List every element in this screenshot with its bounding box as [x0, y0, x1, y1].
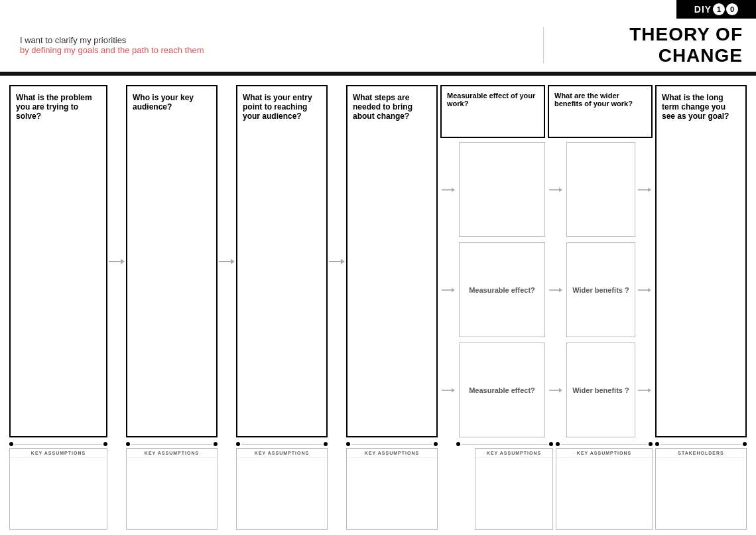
arrow-icon-w2r: [638, 285, 651, 295]
column-measurable: Measurable effect of your work?: [438, 85, 545, 437]
bottom-wider: KEY ASSUMPTIONS: [556, 440, 653, 530]
svg-marker-13: [559, 187, 562, 192]
entry-box[interactable]: What is your entry point to reaching you…: [236, 85, 328, 437]
wider-header: What are the wider benefits of your work…: [548, 85, 653, 138]
svg-marker-11: [452, 388, 455, 392]
bottom-steps: KEY ASSUMPTIONS: [346, 440, 438, 530]
measurable-row-1: [440, 142, 545, 237]
bottom-measurable: KEY ASSUMPTIONS: [456, 440, 553, 530]
divider: [0, 72, 756, 76]
wider-sub-3[interactable]: Wider benefits ?: [566, 343, 635, 437]
column-steps: What steps are needed to bring about cha…: [346, 85, 438, 437]
column-problem: What is the problem you are trying to so…: [9, 85, 107, 437]
column-longterm: What is the long term change you see as …: [655, 85, 747, 437]
svg-marker-23: [648, 388, 651, 392]
wider-row-2: Wider benefits ?: [548, 242, 653, 337]
svg-marker-19: [648, 287, 651, 292]
steps-box[interactable]: What steps are needed to bring about cha…: [346, 85, 438, 437]
num1-badge: 1: [713, 3, 725, 15]
entry-assumptions-label: KEY ASSUMPTIONS: [237, 449, 327, 458]
diy-logo: DIY 1 0: [694, 3, 738, 15]
wider-sub-1[interactable]: [566, 142, 635, 237]
arrow-icon-w3: [549, 386, 562, 395]
diy-text: DIY: [694, 4, 712, 15]
steps-assumptions-box[interactable]: KEY ASSUMPTIONS: [346, 448, 438, 530]
main-title: THEORY OF CHANGE: [557, 24, 743, 66]
problem-box[interactable]: What is the problem you are trying to so…: [9, 85, 107, 437]
bottom-longterm: STAKEHOLDERS: [655, 440, 747, 530]
header-right: THEORY OF CHANGE: [544, 16, 756, 74]
longterm-box[interactable]: What is the long term change you see as …: [655, 85, 747, 437]
column-audience: Who is your key audience?: [126, 85, 218, 437]
arrow-3: [328, 85, 346, 437]
svg-marker-9: [452, 287, 455, 292]
header: I want to clarify my priorities by defin…: [0, 19, 756, 72]
arrow-icon-m3: [442, 386, 455, 395]
wider-assumptions-box[interactable]: KEY ASSUMPTIONS: [556, 448, 653, 530]
svg-marker-15: [648, 187, 651, 192]
entry-assumptions-box[interactable]: KEY ASSUMPTIONS: [236, 448, 328, 530]
stakeholders-box[interactable]: STAKEHOLDERS: [655, 448, 747, 530]
measurable-sub-boxes: Measurable effect? Measurable effect?: [440, 142, 545, 437]
arrow-icon-m2: [442, 285, 455, 295]
measurable-row-3: Measurable effect?: [440, 343, 545, 437]
svg-marker-3: [231, 259, 235, 264]
svg-marker-21: [559, 388, 562, 392]
arrow-icon-3: [329, 257, 345, 266]
measurable-assumptions-label: KEY ASSUMPTIONS: [475, 449, 552, 458]
audience-box[interactable]: Who is your key audience?: [126, 85, 218, 437]
wider-sub-boxes: Wider benefits ?: [548, 142, 653, 437]
measurable-sub-2[interactable]: Measurable effect?: [459, 242, 545, 337]
arrow-icon-2: [219, 257, 235, 266]
num2-badge: 0: [726, 3, 738, 15]
arrow-icon-w3r: [638, 386, 651, 395]
arrow-2: [218, 85, 236, 437]
measurable-sub-3[interactable]: Measurable effect?: [459, 343, 545, 437]
measurable-header: Measurable effect of your work?: [440, 85, 545, 138]
column-wider: What are the wider benefits of your work…: [545, 85, 653, 437]
svg-marker-1: [121, 259, 125, 264]
wider-sub-2[interactable]: Wider benefits ?: [566, 242, 635, 337]
steps-assumptions-label: KEY ASSUMPTIONS: [347, 449, 437, 458]
header-subtitle: I want to clarify my priorities: [20, 35, 523, 45]
arrow-icon-w1: [549, 185, 562, 194]
bottom-audience: KEY ASSUMPTIONS: [126, 440, 218, 530]
header-tagline: by defining my goals and the path to rea…: [20, 45, 523, 55]
svg-marker-17: [559, 287, 562, 292]
arrow-icon-w2: [549, 285, 562, 295]
wider-assumptions-label: KEY ASSUMPTIONS: [556, 449, 652, 458]
arrow-icon-1: [109, 257, 125, 266]
problem-assumptions-label: KEY ASSUMPTIONS: [10, 449, 107, 458]
svg-marker-5: [341, 259, 345, 264]
header-left: I want to clarify my priorities by defin…: [0, 27, 544, 63]
stakeholders-label: STAKEHOLDERS: [656, 449, 746, 458]
audience-assumptions-label: KEY ASSUMPTIONS: [127, 449, 217, 458]
measurable-row-2: Measurable effect?: [440, 242, 545, 337]
bottom-area: KEY ASSUMPTIONS KEY ASSUMPTIONS: [9, 440, 747, 530]
measurable-sub-1[interactable]: [459, 142, 545, 237]
column-entry: What is your entry point to reaching you…: [236, 85, 328, 437]
svg-marker-7: [452, 187, 455, 192]
arrow-1: [107, 85, 126, 437]
arrow-icon-w1r: [638, 185, 651, 194]
columns-area: What is the problem you are trying to so…: [9, 85, 747, 437]
bottom-entry: KEY ASSUMPTIONS: [236, 440, 328, 530]
audience-assumptions-box[interactable]: KEY ASSUMPTIONS: [126, 448, 218, 530]
arrow-icon-m1: [442, 185, 455, 194]
problem-assumptions-box[interactable]: KEY ASSUMPTIONS: [9, 448, 107, 530]
wider-row-1: [548, 142, 653, 237]
measurable-assumptions-box[interactable]: KEY ASSUMPTIONS: [475, 448, 553, 530]
wider-row-3: Wider benefits ?: [548, 343, 653, 437]
bottom-problem: KEY ASSUMPTIONS: [9, 440, 107, 530]
